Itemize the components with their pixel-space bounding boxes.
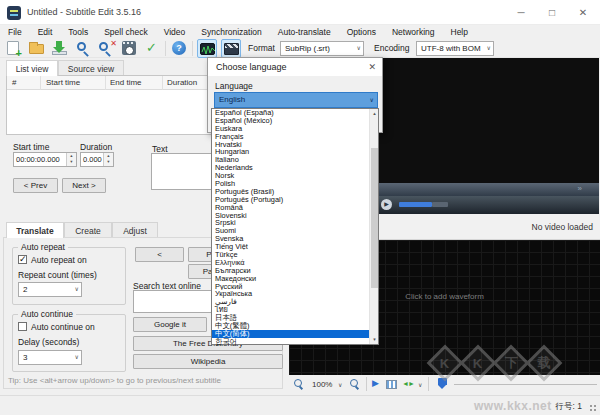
language-option[interactable]: Nederlands: [212, 164, 378, 172]
open-file-button[interactable]: [27, 39, 47, 58]
close-button[interactable]: ✕: [568, 0, 598, 25]
zoom-level[interactable]: 100%: [312, 380, 332, 389]
language-option[interactable]: 한국어: [212, 338, 378, 346]
auto-repeat-label[interactable]: Auto repeat on: [31, 255, 87, 265]
menu-item[interactable]: Networking: [384, 25, 443, 39]
replace-button[interactable]: ✕: [97, 39, 117, 58]
spell-check-button[interactable]: ✓: [143, 39, 163, 58]
video-toggle-button[interactable]: [221, 39, 241, 58]
language-option[interactable]: Français: [212, 133, 378, 141]
dialog-title[interactable]: Choose language: [208, 58, 382, 76]
language-option[interactable]: Suomi: [212, 227, 378, 235]
zoom-out-icon[interactable]: [294, 379, 302, 387]
format-select[interactable]: SubRip (.srt)∨: [280, 41, 364, 56]
language-option[interactable]: Hungarian: [212, 148, 378, 156]
language-option[interactable]: Українська: [212, 290, 378, 298]
grid-view-icon[interactable]: [386, 380, 397, 389]
language-option[interactable]: 中文(简体): [212, 330, 378, 338]
auto-continue-checkbox[interactable]: [18, 322, 27, 331]
prev-button[interactable]: < Prev: [13, 178, 58, 193]
tab-translate[interactable]: Translate: [6, 222, 64, 238]
scrollbar-thumb[interactable]: [371, 148, 378, 288]
language-option[interactable]: فارسي: [212, 298, 378, 306]
language-option[interactable]: Slovenski: [212, 212, 378, 220]
language-option[interactable]: Português (Brasil): [212, 188, 378, 196]
language-option[interactable]: 日本語: [212, 314, 378, 322]
language-option[interactable]: ไทย: [212, 306, 378, 314]
language-option[interactable]: Español (México): [212, 117, 378, 125]
language-option[interactable]: Euskara: [212, 125, 378, 133]
position-slider[interactable]: [454, 384, 597, 385]
green-arrows-icon[interactable]: ◄►: [402, 380, 414, 387]
chevron-down-icon: ∨: [487, 42, 491, 55]
language-option[interactable]: Русский: [212, 283, 378, 291]
language-option[interactable]: Italiano: [212, 156, 378, 164]
language-option[interactable]: Hrvatski: [212, 141, 378, 149]
spinner-arrows-icon[interactable]: ▴▾: [66, 153, 76, 166]
menu-item[interactable]: Auto-translate: [270, 25, 339, 39]
repeat-count-select[interactable]: 2∨: [18, 282, 82, 297]
menu-item[interactable]: Video: [156, 25, 194, 39]
scroll-down-icon[interactable]: ▾: [370, 335, 379, 344]
tab-source-view[interactable]: Source view: [58, 60, 124, 76]
waveform-toggle-button[interactable]: [197, 39, 217, 58]
dialog-close-icon[interactable]: ✕: [368, 58, 376, 76]
col-end-time[interactable]: End time: [110, 78, 142, 87]
language-option[interactable]: Ελληνικά: [212, 259, 378, 267]
language-option[interactable]: Română: [212, 204, 378, 212]
visual-sync-button[interactable]: [120, 39, 140, 58]
auto-repeat-checkbox[interactable]: [18, 255, 27, 264]
tab-adjust[interactable]: Adjust: [112, 222, 158, 238]
language-option[interactable]: Tiếng Việt: [212, 243, 378, 251]
play-circle-icon[interactable]: ▶: [381, 199, 392, 210]
start-time-value: 00:00:00.000: [16, 155, 60, 164]
start-time-spinner[interactable]: 00:00:00.000 ▴▾: [13, 152, 77, 167]
help-button[interactable]: ?: [170, 39, 190, 58]
language-option[interactable]: Português (Portugal): [212, 196, 378, 204]
auto-continue-label[interactable]: Auto continue on: [31, 322, 95, 332]
volume-slider[interactable]: [399, 202, 432, 207]
play-icon[interactable]: ▶: [372, 378, 379, 388]
language-option[interactable]: Español (España): [212, 109, 378, 117]
resize-grip[interactable]: [589, 404, 597, 412]
menu-item[interactable]: Tools: [60, 25, 96, 39]
language-option[interactable]: Македонски: [212, 275, 378, 283]
col-start-time[interactable]: Start time: [46, 78, 80, 87]
wikipedia-button[interactable]: Wikipedia: [133, 354, 283, 369]
tab-create[interactable]: Create: [64, 222, 112, 238]
menu-item[interactable]: File: [0, 25, 30, 39]
language-option[interactable]: Türkçe: [212, 251, 378, 259]
tab-list-view[interactable]: List view: [6, 60, 58, 76]
col-number[interactable]: #: [12, 78, 16, 87]
language-option[interactable]: 中文(繁體): [212, 322, 378, 330]
delay-select[interactable]: 3∨: [18, 350, 82, 365]
menu-item[interactable]: Spell check: [96, 25, 155, 39]
minimize-button[interactable]: ─: [506, 0, 536, 25]
find-button[interactable]: [74, 39, 94, 58]
new-file-button[interactable]: [4, 39, 24, 58]
chevron-down-icon[interactable]: ∨: [418, 381, 422, 388]
next-button[interactable]: Next >: [62, 178, 106, 193]
language-list-scrollbar[interactable]: ▴ ▾: [369, 109, 378, 344]
col-duration[interactable]: Duration: [167, 78, 197, 87]
google-it-button[interactable]: Google it: [133, 317, 207, 332]
language-combobox[interactable]: English ∨: [214, 92, 378, 108]
menu-item[interactable]: Synchronization: [193, 25, 269, 39]
language-option[interactable]: Norsk: [212, 172, 378, 180]
language-option[interactable]: Srpski: [212, 219, 378, 227]
language-option[interactable]: Svenska: [212, 235, 378, 243]
chevron-down-icon[interactable]: ∨: [338, 381, 342, 388]
save-button[interactable]: [50, 39, 70, 58]
maximize-button[interactable]: □: [537, 0, 567, 25]
spinner-arrows-icon[interactable]: ▴▾: [103, 153, 113, 166]
menu-item[interactable]: Options: [339, 25, 384, 39]
duration-spinner[interactable]: 0.000 ▴▾: [80, 152, 114, 167]
back-button[interactable]: <: [135, 247, 184, 262]
zoom-in-icon[interactable]: [350, 379, 358, 387]
encoding-select[interactable]: UTF-8 with BOM∨: [416, 41, 494, 56]
menu-item[interactable]: Edit: [30, 25, 61, 39]
language-option[interactable]: Polish: [212, 180, 378, 188]
menu-item[interactable]: Help: [443, 25, 476, 39]
language-option[interactable]: Български: [212, 267, 378, 275]
scroll-up-icon[interactable]: ▴: [370, 109, 379, 118]
